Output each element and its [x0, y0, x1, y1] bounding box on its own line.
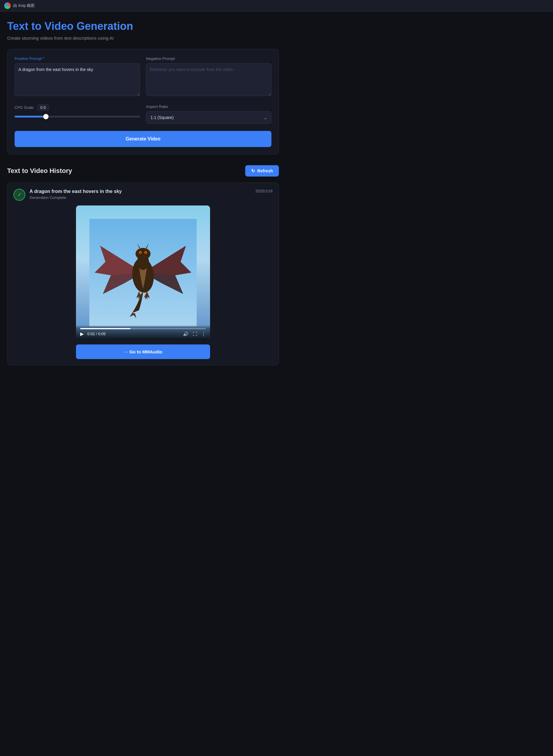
volume-icon[interactable]: 🔊	[183, 331, 188, 337]
progress-bar[interactable]	[80, 328, 206, 329]
video-player: ▶ 0:02 / 0:05 🔊 ⛶ ⋮	[76, 205, 210, 340]
check-icon: ✓	[17, 192, 22, 198]
app-icon	[4, 2, 11, 9]
prompt-row: Positive Prompt * A dragon from the east…	[15, 56, 271, 97]
cfg-scale-section: CFG Scale 0.5	[15, 105, 140, 124]
main-content: Text to Video Generation Create stunning…	[0, 12, 286, 374]
dragon-illustration	[89, 219, 196, 326]
aspect-ratio-label: Aspect Ratio	[146, 105, 271, 109]
svg-point-7	[145, 252, 146, 253]
negative-prompt-field: Negative Prompt	[146, 56, 271, 97]
slider-thumb[interactable]	[43, 114, 49, 119]
slider-fill	[15, 116, 46, 118]
cfg-scale-label: CFG Scale	[15, 105, 34, 110]
controls-right: 🔊 ⛶ ⋮	[183, 331, 206, 337]
fullscreen-icon[interactable]: ⛶	[193, 331, 197, 336]
negative-prompt-input[interactable]	[146, 63, 271, 96]
history-item: ✓ A dragon from the east hovers in the s…	[7, 183, 279, 365]
goto-mmaudio-button[interactable]: → Go to MMAudio	[76, 344, 210, 359]
negative-prompt-label: Negative Prompt	[146, 56, 271, 61]
form-card: Positive Prompt * A dragon from the east…	[7, 49, 279, 154]
refresh-icon: ↻	[251, 168, 255, 174]
svg-point-3	[136, 248, 150, 260]
page-title: Text to Video Generation	[7, 20, 279, 32]
video-controls: ▶ 0:02 / 0:05 🔊 ⛶ ⋮	[76, 325, 210, 340]
aspect-ratio-select[interactable]: 1:1 (Square) 16:9 (Landscape) 9:16 (Port…	[146, 111, 271, 124]
controls-left: ▶ 0:02 / 0:05	[80, 331, 105, 337]
controls-row: CFG Scale 0.5 Aspect Ratio 1:1 (Square) …	[15, 105, 271, 124]
history-header: Text to Video History ↻ Refresh	[7, 165, 279, 177]
history-item-date: 2025/1/16	[255, 189, 272, 193]
svg-point-6	[140, 252, 141, 253]
slider-track	[15, 116, 140, 118]
history-item-header: ✓ A dragon from the east hovers in the s…	[13, 189, 272, 201]
history-section: Text to Video History ↻ Refresh ✓ A drag…	[7, 165, 279, 365]
status-badge: ✓	[13, 189, 25, 201]
time-display: 0:02 / 0:05	[87, 332, 105, 336]
aspect-ratio-wrapper: 1:1 (Square) 16:9 (Landscape) 9:16 (Port…	[146, 111, 271, 124]
aspect-ratio-section: Aspect Ratio 1:1 (Square) 16:9 (Landscap…	[146, 105, 271, 124]
history-title: Text to Video History	[7, 167, 72, 175]
cfg-scale-value: 0.5	[37, 105, 49, 111]
positive-prompt-field: Positive Prompt * A dragon from the east…	[15, 56, 140, 97]
cfg-slider-container	[15, 114, 140, 120]
more-options-icon[interactable]: ⋮	[202, 331, 206, 337]
progress-fill	[80, 328, 131, 329]
video-thumbnail: ▶ 0:02 / 0:05 🔊 ⛶ ⋮	[76, 205, 210, 340]
history-item-status: Generation Complete	[29, 195, 251, 200]
positive-prompt-label: Positive Prompt *	[15, 56, 140, 61]
refresh-button-label: Refresh	[257, 168, 273, 173]
refresh-button[interactable]: ↻ Refresh	[245, 165, 279, 177]
titlebar: 由 Xnip 截图	[0, 0, 553, 12]
history-item-info: A dragon from the east hovers in the sky…	[29, 189, 251, 200]
page-subtitle: Create stunning videos from text descrip…	[7, 36, 279, 41]
video-controls-row: ▶ 0:02 / 0:05 🔊 ⛶ ⋮	[80, 331, 206, 337]
history-item-title: A dragon from the east hovers in the sky	[29, 189, 251, 194]
positive-prompt-input[interactable]: A dragon from the east hovers in the sky	[15, 63, 140, 96]
play-button[interactable]: ▶	[80, 331, 84, 337]
generate-video-button[interactable]: Generate Video	[15, 131, 271, 147]
cfg-header: CFG Scale 0.5	[15, 105, 140, 111]
titlebar-text: 由 Xnip 截图	[13, 3, 34, 8]
